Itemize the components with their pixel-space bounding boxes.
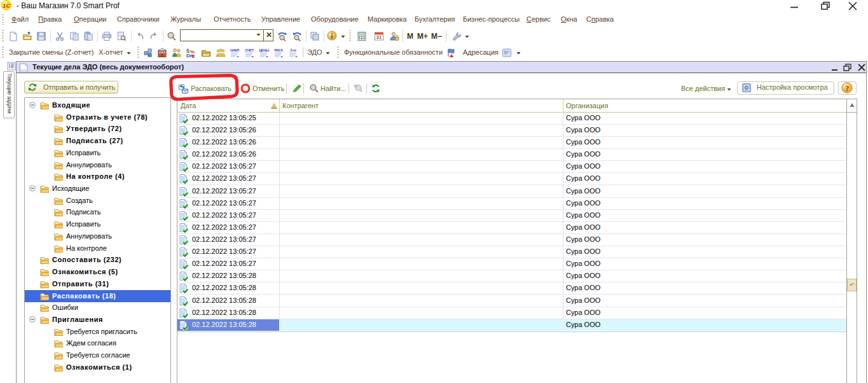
svg-text:€: € (192, 53, 195, 59)
svg-text:РАСХ: РАСХ (274, 48, 283, 52)
svg-text:НАКЛ: НАКЛ (230, 48, 239, 52)
svg-text:СЧЕТ: СЧЕТ (245, 48, 254, 52)
svg-text:ЦЕНЫ: ЦЕНЫ (259, 48, 270, 52)
svg-text:?: ? (845, 84, 849, 93)
svg-text:Z-от: Z-от (290, 48, 296, 52)
svg-text:1C: 1C (3, 2, 10, 9)
svg-text:31: 31 (376, 34, 382, 40)
